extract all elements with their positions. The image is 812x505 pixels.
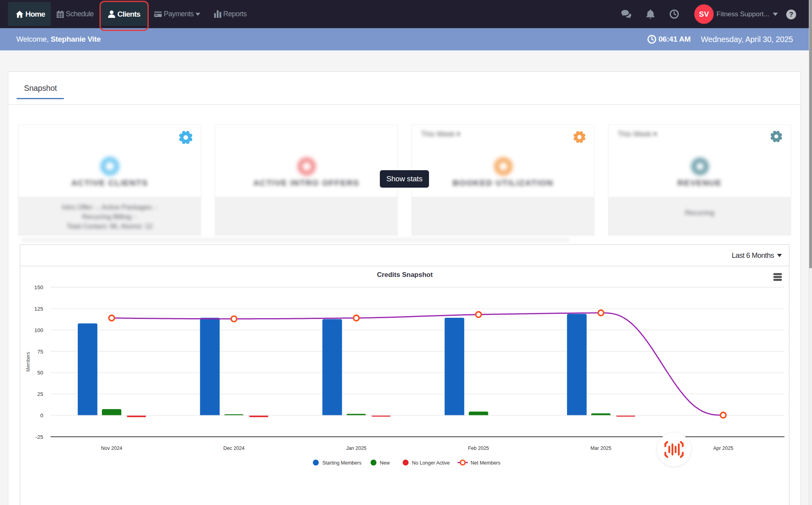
svg-text:Nov 2024: Nov 2024 [101, 445, 123, 451]
svg-text:Mar 2025: Mar 2025 [590, 445, 611, 451]
svg-text:100: 100 [34, 327, 43, 333]
svg-text:Members: Members [25, 352, 31, 372]
svg-text:-25: -25 [35, 434, 43, 440]
svg-text:Jan 2025: Jan 2025 [346, 445, 366, 451]
svg-text:75: 75 [37, 349, 43, 355]
svg-text:Feb 2025: Feb 2025 [468, 445, 489, 451]
svg-text:New: New [380, 460, 390, 466]
svg-text:150: 150 [34, 284, 43, 290]
svg-text:Starting Members: Starting Members [322, 460, 362, 466]
svg-text:0: 0 [40, 413, 43, 419]
svg-text:Apr 2025: Apr 2025 [713, 445, 733, 451]
svg-text:Net Members: Net Members [471, 460, 500, 466]
svg-text:50: 50 [37, 370, 43, 376]
svg-text:No Longer Active: No Longer Active [412, 460, 450, 466]
svg-text:25: 25 [37, 391, 43, 397]
svg-text:125: 125 [34, 306, 43, 312]
svg-text:Credits Snapshot: Credits Snapshot [377, 271, 433, 278]
svg-text:Dec 2024: Dec 2024 [223, 445, 245, 451]
